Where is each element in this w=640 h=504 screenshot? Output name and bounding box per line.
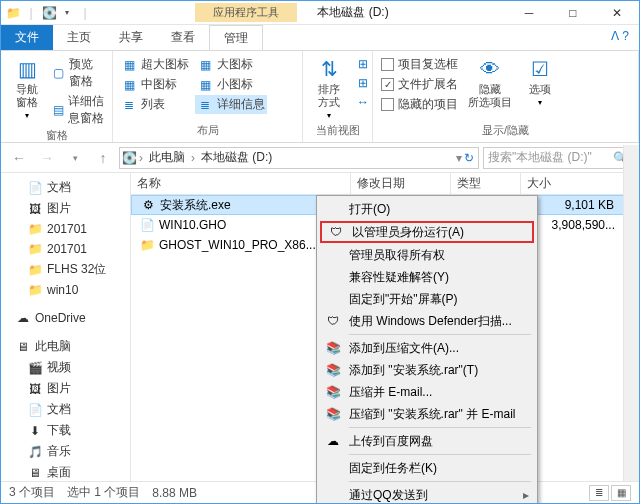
context-menu-item[interactable]: 兼容性疑难解答(Y) (319, 266, 535, 288)
up-button[interactable]: ↑ (91, 146, 115, 170)
details-pane-button[interactable]: ▤详细信息窗格 (51, 92, 106, 128)
context-menu-item[interactable]: 管理员取得所有权 (319, 244, 535, 266)
menu-item-label: 兼容性疑难解答(Y) (349, 269, 449, 286)
nav-pane-icon: ▥ (11, 57, 43, 81)
tree-node[interactable]: 📄文档 (1, 177, 130, 198)
doc-icon: 📄 (27, 180, 43, 196)
tree-label: 201701 (47, 222, 87, 236)
context-menu-item[interactable]: 通过QQ发送到▸ (319, 484, 535, 504)
title-bar: 📁 | 💽 ▾ | 应用程序工具 本地磁盘 (D:) ─ □ ✕ (1, 1, 639, 25)
context-menu-item[interactable]: 打开(O) (319, 198, 535, 220)
item-checkboxes-toggle[interactable]: 项目复选框 (379, 55, 460, 74)
hidden-items-toggle[interactable]: 隐藏的项目 (379, 95, 460, 114)
context-menu-item[interactable]: 📚添加到压缩文件(A)... (319, 337, 535, 359)
tree-node[interactable]: 🖼图片 (1, 198, 130, 219)
crumb-drive[interactable]: 本地磁盘 (D:) (197, 149, 276, 166)
menu-item-label: 压缩到 "安装系统.rar" 并 E-mail (349, 406, 516, 423)
context-menu-item[interactable]: 🛡以管理员身份运行(A) (320, 221, 534, 243)
dropdown-icon[interactable]: ▾ (456, 151, 462, 165)
folder-icon: 📁 (5, 5, 21, 21)
pic-icon: 🖼 (27, 201, 43, 217)
scrollbar-vertical[interactable] (623, 145, 639, 481)
tree-node[interactable]: 📁FLHS 32位 (1, 259, 130, 280)
options-button[interactable]: ☑ 选项 ▾ (520, 55, 560, 109)
folder-icon: 📁 (27, 282, 43, 298)
drive-icon: 💽 (122, 151, 137, 165)
file-ext-toggle[interactable]: ✓文件扩展名 (379, 75, 460, 94)
share-tab[interactable]: 共享 (105, 25, 157, 50)
view-detail-button[interactable]: ≣详细信息 (195, 95, 267, 114)
col-type[interactable]: 类型 (451, 173, 521, 194)
forward-button[interactable]: → (35, 146, 59, 170)
context-menu-item[interactable]: 🛡使用 Windows Defender扫描... (319, 310, 535, 332)
maximize-button[interactable]: □ (551, 1, 595, 25)
tree-label: win10 (47, 283, 78, 297)
breadcrumb[interactable]: 💽 › 此电脑 › 本地磁盘 (D:) ▾ ↻ (119, 147, 479, 169)
tree-node[interactable]: 📄文档 (1, 399, 130, 420)
nav-tree[interactable]: 📄文档🖼图片📁201701📁201701📁FLHS 32位📁win10☁OneD… (1, 173, 131, 481)
shield-icon: 🛡 (328, 224, 344, 240)
fitcol-button[interactable]: ↔ (353, 93, 373, 111)
context-menu-item[interactable]: 📚压缩并 E-mail... (319, 381, 535, 403)
context-menu-item[interactable]: 固定到"开始"屏幕(P) (319, 288, 535, 310)
recent-button[interactable]: ▾ (63, 146, 87, 170)
sort-button[interactable]: ⇅ 排序方式 ▾ (309, 55, 349, 122)
context-menu-item[interactable]: 📚添加到 "安装系统.rar"(T) (319, 359, 535, 381)
view-m-button[interactable]: ▦中图标 (119, 75, 191, 94)
rar-icon: 📚 (325, 384, 341, 400)
col-name[interactable]: 名称 (131, 173, 351, 194)
tree-label: 音乐 (47, 443, 71, 460)
refresh-button[interactable]: ↻ (464, 151, 474, 165)
manage-tab[interactable]: 管理 (209, 25, 263, 50)
ribbon-group-show: 项目复选框 ✓文件扩展名 隐藏的项目 👁 隐藏 所选项目 ☑ 选项 ▾ 显示/隐… (373, 51, 639, 142)
context-menu-item[interactable]: 📚压缩到 "安装系统.rar" 并 E-mail (319, 403, 535, 425)
minimize-button[interactable]: ─ (507, 1, 551, 25)
crumb-pc[interactable]: 此电脑 (145, 149, 189, 166)
nav-pane-button[interactable]: ▥ 导航窗格 ▾ (7, 55, 47, 122)
groupby-button[interactable]: ⊞ (353, 55, 373, 73)
home-tab[interactable]: 主页 (53, 25, 105, 50)
chevron-right-icon[interactable]: › (189, 151, 197, 165)
tree-node[interactable]: 🎵音乐 (1, 441, 130, 462)
addcol-button[interactable]: ⊞ (353, 74, 373, 92)
col-size[interactable]: 大小 (521, 173, 639, 194)
tree-node[interactable]: 🖥此电脑 (1, 336, 130, 357)
tree-node[interactable]: 🎬视频 (1, 357, 130, 378)
context-menu-item[interactable]: ☁上传到百度网盘 (319, 430, 535, 452)
tree-node[interactable]: ⬇下载 (1, 420, 130, 441)
tiles-icon: ▦ (197, 77, 213, 93)
view-tab[interactable]: 查看 (157, 25, 209, 50)
tree-node[interactable]: 🖥桌面 (1, 462, 130, 481)
tree-node[interactable]: ☁OneDrive (1, 308, 130, 328)
hide-selected-button[interactable]: 👁 隐藏 所选项目 (464, 55, 516, 111)
tree-node[interactable]: 🖼图片 (1, 378, 130, 399)
ribbon-help[interactable]: ᐱ ? (601, 25, 639, 50)
search-input[interactable]: 搜索"本地磁盘 (D:)" 🔍 (483, 147, 633, 169)
back-button[interactable]: ← (7, 146, 31, 170)
options-label: 选项 (529, 83, 551, 96)
checkbox-icon (381, 98, 394, 111)
file-tab[interactable]: 文件 (1, 25, 53, 50)
tiles-view-button[interactable]: ▦ (611, 485, 631, 501)
exe-icon: ⚙ (140, 197, 156, 213)
tiles-icon: ▦ (197, 57, 213, 73)
qat-dropdown-icon[interactable]: ▾ (59, 5, 75, 21)
rar-icon: 📚 (325, 406, 341, 422)
close-button[interactable]: ✕ (595, 1, 639, 25)
view-s-button[interactable]: ▦小图标 (195, 75, 267, 94)
column-headers: 名称 修改日期 类型 大小 (131, 173, 639, 195)
chevron-right-icon[interactable]: › (137, 151, 145, 165)
view-xl-button[interactable]: ▦超大图标 (119, 55, 191, 74)
col-date[interactable]: 修改日期 (351, 173, 451, 194)
context-menu-item[interactable]: 固定到任务栏(K) (319, 457, 535, 479)
menu-item-label: 通过QQ发送到 (349, 487, 428, 504)
view-l-button[interactable]: ▦大图标 (195, 55, 267, 74)
status-selected: 选中 1 个项目 (67, 484, 140, 501)
rar-icon: 📚 (325, 340, 341, 356)
tree-node[interactable]: 📁201701 (1, 239, 130, 259)
tree-node[interactable]: 📁201701 (1, 219, 130, 239)
tree-node[interactable]: 📁win10 (1, 280, 130, 300)
details-view-button[interactable]: ≣ (589, 485, 609, 501)
view-list-button[interactable]: ≣列表 (119, 95, 191, 114)
preview-pane-button[interactable]: ▢预览窗格 (51, 55, 106, 91)
